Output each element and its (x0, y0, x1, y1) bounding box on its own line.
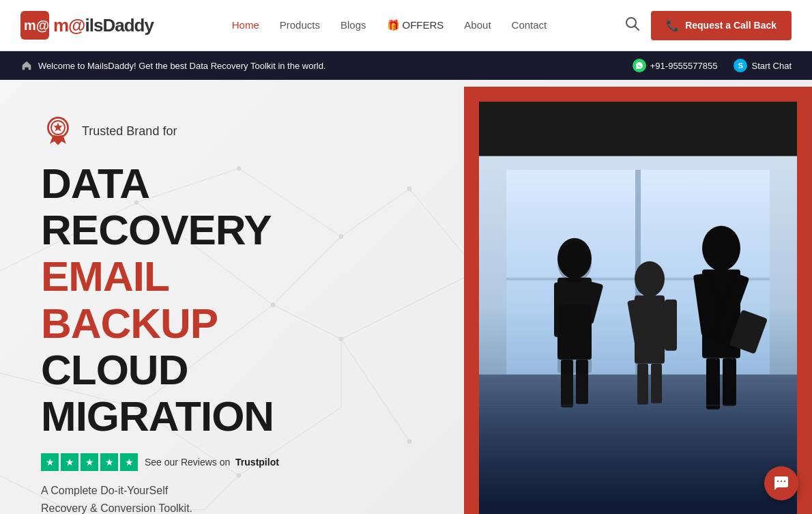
subtitle-line2: Recovery & Conversion Toolkit. (41, 502, 192, 514)
star-1: ★ (41, 453, 59, 471)
hero-section: Trusted Brand for DATA RECOVERY EMAIL BA… (0, 80, 812, 514)
svg-point-46 (557, 242, 592, 283)
red-frame-top (464, 87, 812, 102)
svg-rect-52 (637, 364, 648, 405)
svg-text:m@: m@ (24, 18, 49, 33)
skype-icon: S (734, 59, 747, 72)
star-3: ★ (81, 453, 98, 471)
trusted-badge: Trusted Brand for (41, 114, 355, 148)
phone-number: +91-9555577855 (650, 61, 718, 71)
svg-point-31 (407, 440, 411, 444)
gift-icon: 🎁 (387, 19, 400, 31)
info-bar-contacts: +91-9555577855 S Start Chat (633, 59, 792, 72)
nav-home[interactable]: Home (232, 19, 259, 31)
hero-content: Trusted Brand for DATA RECOVERY EMAIL BA… (0, 80, 396, 514)
skype-contact[interactable]: S Start Chat (734, 59, 792, 72)
logo-text: m@ilsDaddy (53, 15, 154, 36)
chat-bubble-button[interactable] (764, 466, 798, 500)
subtitle-line1: A Complete Do-it-YourSelf (41, 485, 168, 496)
phone-icon: 📞 (666, 19, 680, 32)
svg-point-27 (407, 187, 411, 191)
nav-blogs[interactable]: Blogs (340, 19, 366, 31)
svg-marker-34 (54, 123, 63, 132)
hero-title: DATA RECOVERY EMAIL BACKUP CLOUD MIGRATI… (41, 160, 355, 440)
svg-line-3 (635, 26, 639, 30)
hero-image-panel: Revain (444, 80, 812, 514)
svg-rect-59 (706, 358, 720, 410)
trustpilot-row: ★ ★ ★ ★ ★ See our Reviews on Trustpilot (41, 453, 355, 471)
svg-point-54 (702, 226, 740, 271)
info-bar: Welcome to MailsDaddy! Get the best Data… (0, 51, 812, 80)
trustpilot-brand: Trustpilot (235, 457, 279, 468)
red-frame-right (797, 87, 812, 514)
hero-subtitle: A Complete Do-it-YourSelf Recovery & Con… (41, 482, 355, 514)
award-icon (41, 114, 75, 148)
chat-icon (773, 475, 789, 491)
home-icon (20, 59, 33, 72)
nav-products-link[interactable]: Products (280, 19, 320, 31)
nav-about-link[interactable]: About (464, 19, 491, 31)
trustpilot-text: See our Reviews on Trustpilot (145, 457, 279, 468)
star-5: ★ (120, 453, 138, 471)
nav-offers-link[interactable]: 🎁OFFERS (387, 19, 444, 31)
svg-rect-53 (651, 364, 662, 403)
svg-rect-51 (665, 300, 677, 351)
logo[interactable]: m@ m@ilsDaddy (20, 11, 154, 40)
trustpilot-see-text: See our Reviews on (145, 457, 230, 468)
trusted-label: Trusted Brand for (82, 124, 177, 138)
nav-contact[interactable]: Contact (512, 19, 547, 31)
title-line1: DATA RECOVERY (41, 160, 272, 253)
whatsapp-icon (633, 59, 646, 72)
title-line2: EMAIL BACKUP (41, 253, 355, 346)
nav-contact-link[interactable]: Contact (512, 19, 547, 31)
nav-home-link[interactable]: Home (232, 19, 259, 31)
nav-products[interactable]: Products (280, 19, 320, 31)
search-button[interactable] (625, 16, 640, 35)
nav-right: 📞 Request a Call Back (625, 11, 792, 40)
nav-offers[interactable]: 🎁OFFERS (387, 19, 444, 31)
trustpilot-stars: ★ ★ ★ ★ ★ (41, 453, 138, 471)
silhouette-scene (479, 102, 797, 514)
hero-photo (479, 102, 797, 514)
start-chat-label: Start Chat (751, 61, 792, 71)
navbar: m@ m@ilsDaddy Home Products Blogs 🎁OFFER… (0, 0, 812, 51)
whatsapp-contact[interactable]: +91-9555577855 (633, 59, 718, 72)
svg-point-48 (635, 261, 665, 297)
nav-blogs-link[interactable]: Blogs (340, 19, 366, 31)
title-line3: CLOUD MIGRATION (41, 347, 355, 440)
nav-links: Home Products Blogs 🎁OFFERS About Contac… (232, 19, 547, 31)
search-icon (625, 16, 640, 31)
star-4: ★ (100, 453, 118, 471)
red-frame-left (464, 87, 479, 514)
info-bar-welcome: Welcome to MailsDaddy! Get the best Data… (20, 59, 325, 72)
call-back-button[interactable]: 📞 Request a Call Back (651, 11, 792, 40)
welcome-text: Welcome to MailsDaddy! Get the best Data… (38, 61, 325, 71)
trusted-text: Trusted Brand for (82, 124, 177, 139)
call-back-label: Request a Call Back (685, 20, 777, 31)
star-2: ★ (61, 453, 78, 471)
nav-about[interactable]: About (464, 19, 491, 31)
svg-rect-60 (723, 358, 736, 406)
svg-rect-47 (557, 305, 592, 373)
